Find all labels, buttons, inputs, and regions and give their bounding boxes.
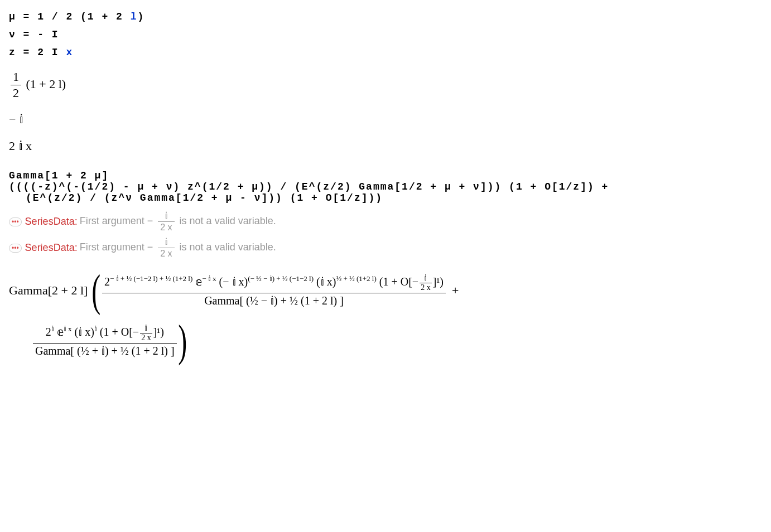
- output-cell-gamma-row1: Gamma[2 + 2 l] ( 2− 𝕚 + ½ (−1−2 l) + ½ (…: [9, 268, 762, 313]
- dots-icon[interactable]: •••: [9, 244, 22, 253]
- left-paren-icon: (: [92, 268, 101, 313]
- fraction-denominator: 2 x: [158, 248, 174, 258]
- fraction-denominator: 2: [11, 85, 21, 100]
- input-cell-gamma-expr[interactable]: Gamma[1 + 2 μ] ((((-z)^(-(1/2) - μ + ν) …: [9, 170, 762, 204]
- fraction-numerator: 𝕚: [158, 211, 174, 222]
- symbol-l: l: [131, 11, 138, 22]
- code-line: (E^(z/2) / (z^ν Gamma[1/2 + μ - ν])) (1 …: [9, 192, 762, 204]
- fraction-denominator: Gamma[ (½ + 𝕚) + ½ (1 + 2 l) ]: [33, 344, 177, 357]
- fraction-denominator: 2 x: [158, 222, 174, 232]
- code-line: Gamma[1 + 2 μ]: [9, 170, 762, 181]
- message-row-1: ••• SeriesData: First argument − 𝕚 2 x i…: [9, 211, 762, 232]
- input-cell-nu[interactable]: ν = - I: [9, 29, 762, 40]
- dots-icon[interactable]: •••: [9, 217, 22, 226]
- plus: +: [452, 283, 459, 298]
- output-text: (1 + 2 l): [23, 77, 66, 91]
- code-text: ν = - I: [9, 29, 59, 40]
- input-cell-z[interactable]: z = 2 I x: [9, 47, 762, 58]
- right-paren-icon: ): [178, 318, 187, 363]
- output-cell-3: 2 𝕚 x: [9, 139, 762, 153]
- term1-fraction: 2− 𝕚 + ½ (−1−2 l) + ½ (1+2 l) 𝕖− 𝕚 x (− …: [102, 274, 446, 307]
- colon: :: [75, 216, 78, 227]
- term2-fraction: 2𝕚 𝕖𝕚 x (𝕚 x)𝕚 (1 + O[−𝕚2 x]¹) Gamma[ (½…: [33, 325, 177, 357]
- symbol-x: x: [66, 47, 73, 58]
- fraction-numerator: 2𝕚 𝕖𝕚 x (𝕚 x)𝕚 (1 + O[−𝕚2 x]¹): [33, 325, 177, 344]
- fraction-numerator: 𝕚: [158, 238, 174, 248]
- code-text: μ = 1 / 2 (1 + 2: [9, 11, 131, 22]
- fraction-numerator: 2− 𝕚 + ½ (−1−2 l) + ½ (1+2 l) 𝕖− 𝕚 x (− …: [102, 274, 446, 293]
- code-text: z = 2 I: [9, 47, 66, 58]
- code-text: ): [137, 11, 144, 22]
- fraction-numerator: 1: [11, 70, 21, 85]
- output-text: 2 𝕚 x: [9, 139, 32, 153]
- fraction-denominator: Gamma[ (½ − 𝕚) + ½ (1 + 2 l) ]: [102, 293, 446, 307]
- message-text: First argument − 𝕚 2 x is not a valid va…: [80, 238, 276, 258]
- output-cell-1: 1 2 (1 + 2 l): [9, 70, 762, 100]
- message-row-2: ••• SeriesData: First argument − 𝕚 2 x i…: [9, 238, 762, 258]
- colon: :: [75, 242, 78, 253]
- code-line: ((((-z)^(-(1/2) - μ + ν) z^(1/2 + μ)) / …: [9, 181, 762, 192]
- message-text: First argument − 𝕚 2 x is not a valid va…: [80, 211, 276, 232]
- gamma-label: Gamma[2 + 2 l]: [9, 283, 88, 298]
- input-cell-mu[interactable]: μ = 1 / 2 (1 + 2 l): [9, 11, 762, 22]
- output-cell-2: − 𝕚: [9, 112, 762, 127]
- message-tag: SeriesData:: [25, 216, 78, 228]
- output-cell-gamma-row2: 2𝕚 𝕖𝕚 x (𝕚 x)𝕚 (1 + O[−𝕚2 x]¹) Gamma[ (½…: [31, 318, 762, 363]
- fraction: 1 2: [11, 70, 21, 100]
- fraction: 𝕚 2 x: [158, 211, 174, 232]
- fraction: 𝕚 2 x: [158, 238, 174, 258]
- output-text: − 𝕚: [9, 112, 23, 126]
- message-tag: SeriesData:: [25, 242, 78, 254]
